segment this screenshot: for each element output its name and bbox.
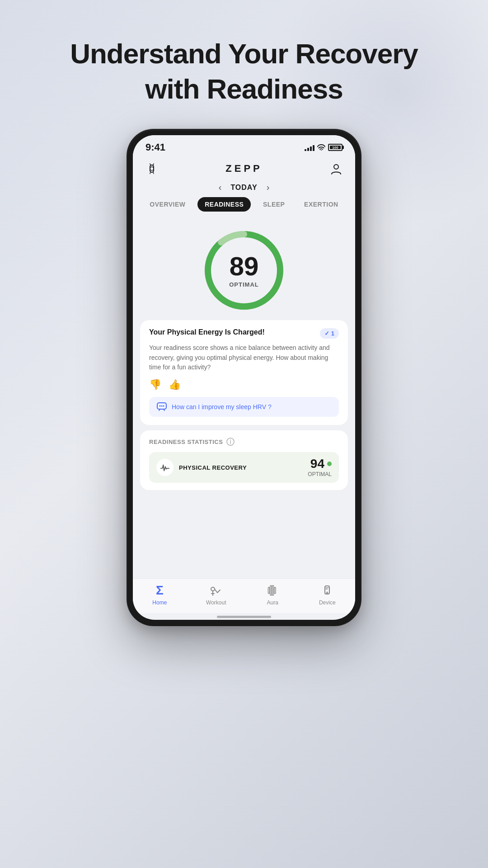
status-time: 9:41 (145, 142, 165, 153)
tabs-bar: OVERVIEW READINESS SLEEP EXERTION (133, 197, 355, 216)
card-header: Your Physical Energy Is Charged! ✓ 1 (149, 328, 339, 339)
prev-date-button[interactable]: ‹ (219, 182, 222, 193)
svg-line-6 (153, 172, 154, 174)
nav-item-device[interactable]: Device (319, 583, 336, 606)
score-value: 89 (229, 253, 259, 279)
app-header: ZEPP (133, 157, 355, 180)
physical-recovery-sublabel: OPTIMAL (308, 471, 332, 477)
energy-card: Your Physical Energy Is Charged! ✓ 1 You… (140, 320, 348, 425)
score-section: 89 OPTIMAL (133, 216, 355, 320)
svg-point-7 (334, 165, 338, 169)
feedback-icons: 👎 👍 (149, 379, 339, 391)
readiness-stats-card: READINESS STATISTICS PHYSICAL RECOVERY (140, 430, 348, 490)
svg-rect-23 (325, 586, 329, 594)
nav-label-workout: Workout (206, 599, 226, 606)
svg-line-4 (153, 164, 154, 165)
device-icon (320, 583, 334, 598)
stats-title: READINESS STATISTICS (149, 439, 223, 445)
battery-icon: 100 (328, 144, 343, 151)
tab-overview[interactable]: OVERVIEW (142, 197, 192, 212)
status-bar: 9:41 100 (133, 135, 355, 157)
energy-card-title: Your Physical Energy Is Charged! (149, 328, 265, 336)
date-nav: ‹ TODAY › (133, 180, 355, 197)
tab-exertion[interactable]: EXERTION (297, 197, 346, 212)
svg-line-3 (150, 164, 150, 165)
date-label: TODAY (230, 184, 257, 192)
svg-point-14 (163, 406, 164, 407)
physical-recovery-icon (156, 459, 174, 476)
svg-point-24 (327, 592, 328, 594)
physical-recovery-row[interactable]: PHYSICAL RECOVERY 94 OPTIMAL (149, 452, 339, 483)
svg-point-13 (161, 406, 163, 407)
score-ring: 89 OPTIMAL (199, 225, 289, 316)
stats-header: READINESS STATISTICS (149, 438, 339, 446)
status-icons: 100 (305, 144, 343, 151)
nav-label-home: Home (152, 599, 167, 606)
energy-badge: ✓ 1 (320, 328, 339, 339)
svg-rect-22 (268, 587, 270, 594)
svg-line-5 (150, 172, 150, 174)
home-icon: Σ (152, 583, 167, 598)
ai-chat-text: How can I improve my sleep HRV ? (172, 403, 272, 410)
nav-item-home[interactable]: Σ Home (152, 583, 167, 606)
physical-recovery-value: 94 (310, 458, 324, 470)
physical-recovery-label: PHYSICAL RECOVERY (179, 464, 302, 471)
score-label: OPTIMAL (229, 281, 259, 288)
tab-readiness[interactable]: READINESS (197, 197, 251, 212)
nav-label-device: Device (319, 599, 336, 606)
svg-point-17 (230, 440, 231, 441)
score-center: 89 OPTIMAL (229, 253, 259, 288)
info-icon (226, 438, 235, 446)
aura-icon (265, 583, 280, 598)
nav-item-aura[interactable]: Aura (265, 583, 280, 606)
cards-area: Your Physical Energy Is Charged! ✓ 1 You… (133, 320, 355, 578)
svg-rect-21 (274, 587, 276, 594)
energy-card-body: Your readiness score shows a nice balanc… (149, 343, 339, 373)
ai-chat-icon (156, 401, 167, 412)
physical-recovery-value-area: 94 OPTIMAL (308, 458, 332, 477)
svg-point-18 (211, 587, 215, 591)
phone-screen: 9:41 100 (133, 135, 355, 620)
tab-sleep[interactable]: SLEEP (256, 197, 292, 212)
ai-chat-button[interactable]: How can I improve my sleep HRV ? (149, 397, 339, 417)
nav-label-aura: Aura (267, 599, 278, 606)
badge-count: 1 (331, 330, 334, 337)
svg-point-12 (160, 406, 161, 407)
bottom-nav: Σ Home Workout (133, 578, 355, 613)
svg-rect-19 (270, 585, 272, 595)
physical-recovery-dot (327, 462, 332, 466)
wifi-icon (317, 144, 325, 151)
next-date-button[interactable]: › (267, 182, 270, 193)
profile-icon[interactable] (328, 160, 344, 177)
thumbs-up-button[interactable]: 👍 (169, 379, 181, 391)
svg-point-0 (321, 150, 322, 151)
watch-icon[interactable] (144, 160, 160, 177)
svg-rect-1 (150, 165, 154, 172)
nav-item-workout[interactable]: Workout (206, 583, 226, 606)
svg-point-2 (150, 167, 154, 170)
svg-rect-20 (272, 585, 274, 595)
app-logo: ZEPP (225, 163, 262, 175)
thumbs-down-button[interactable]: 👎 (149, 379, 161, 391)
page-title: Understand Your Recovery with Readiness (70, 36, 418, 106)
signal-icon (305, 144, 314, 151)
phone-frame: 9:41 100 (127, 129, 361, 626)
home-indicator (217, 616, 271, 618)
workout-icon (209, 583, 223, 598)
